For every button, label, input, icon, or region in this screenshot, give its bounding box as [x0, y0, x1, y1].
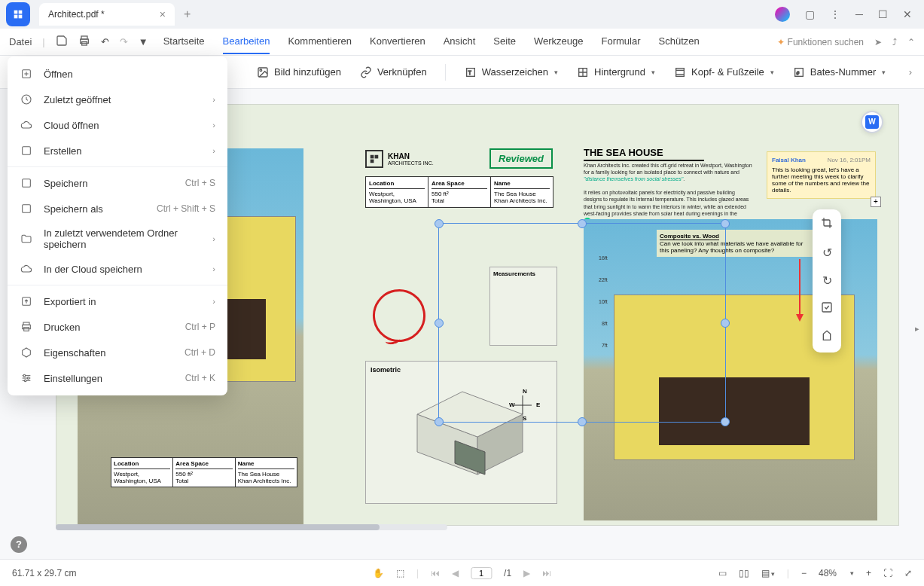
- selection-rectangle[interactable]: [438, 223, 726, 423]
- svg-rect-0: [14, 11, 18, 14]
- print-icon[interactable]: [78, 35, 90, 49]
- file-menu-in-zuletzt-verwendetem-ordner-speichern[interactable]: In zuletzt verwendetem Ordner speichern›: [8, 221, 227, 256]
- selection-handle-s[interactable]: [578, 417, 587, 426]
- extract-icon[interactable]: [821, 330, 833, 345]
- help-button[interactable]: ?: [11, 536, 27, 553]
- file-menu-in-der-cloud-speichern[interactable]: In der Cloud speichern›: [8, 256, 227, 282]
- rotate-right-icon[interactable]: ↻: [822, 273, 832, 288]
- fullscreen-icon[interactable]: ⤢: [904, 568, 912, 578]
- tab-startseite[interactable]: Startseite: [163, 29, 205, 54]
- chevron-up-icon[interactable]: ⌃: [907, 37, 915, 47]
- zoom-level: 48%: [819, 568, 837, 578]
- horizontal-scrollbar[interactable]: [56, 524, 447, 530]
- select-tool-icon[interactable]: ⬚: [396, 568, 404, 578]
- user-avatar[interactable]: [775, 7, 790, 22]
- selection-handle-e[interactable]: [721, 319, 730, 328]
- link-button[interactable]: Verknüpfen: [359, 66, 427, 79]
- file-menu-exportiert-in[interactable]: Exportiert in›: [8, 288, 227, 314]
- save-icon[interactable]: [56, 35, 68, 49]
- tab-konvertieren[interactable]: Konvertieren: [370, 29, 425, 54]
- header-footer-button[interactable]: Kopf- & Fußzeile▾: [673, 66, 774, 79]
- selection-handle-n[interactable]: [578, 219, 587, 228]
- function-search[interactable]: ✦ Funktionen suchen: [777, 37, 864, 47]
- note-body: This is looking great, let's have a furt…: [772, 166, 871, 194]
- replace-image-icon[interactable]: [821, 301, 833, 316]
- file-menu-eigenschaften[interactable]: EigenschaftenCtrl + D: [8, 340, 227, 365]
- chevron-right-icon[interactable]: ›: [909, 66, 912, 78]
- more-icon[interactable]: ⋮: [830, 8, 840, 20]
- selection-handle-nw[interactable]: [435, 219, 444, 228]
- file-menu-erstellen[interactable]: Erstellen›: [8, 138, 227, 163]
- tab-kommentieren[interactable]: Kommentieren: [288, 29, 352, 54]
- selection-handle-sw[interactable]: [435, 417, 444, 426]
- selection-handle-ne[interactable]: [721, 219, 730, 228]
- khan-logo: [365, 150, 383, 168]
- fit-width-icon[interactable]: ⛶: [883, 568, 892, 578]
- share-icon[interactable]: ⤴: [892, 37, 897, 47]
- file-menu-zuletzt-ge-ffnet[interactable]: Zuletzt geöffnet›: [8, 87, 227, 112]
- save-icon: [20, 176, 33, 190]
- comment-note[interactable]: Faisal Khan Nov 16, 2:01PM This is looki…: [767, 151, 876, 199]
- menu-item-label: Exportiert in: [44, 296, 202, 307]
- chat-icon[interactable]: ▢: [805, 8, 815, 20]
- single-page-icon[interactable]: ▭: [718, 568, 727, 578]
- hand-tool-icon[interactable]: ✋: [373, 568, 384, 578]
- shortcut-label: Ctrl + K: [185, 373, 215, 383]
- file-menu-einstellungen[interactable]: EinstellungenCtrl + K: [8, 365, 227, 391]
- dropdown-icon[interactable]: ▼: [139, 36, 148, 47]
- cloud-icon: [20, 118, 33, 132]
- first-page-icon[interactable]: ⏮: [431, 568, 440, 578]
- file-menu-drucken[interactable]: DruckenCtrl + P: [8, 314, 227, 340]
- tab-formular[interactable]: Formular: [602, 29, 641, 54]
- send-icon[interactable]: ➤: [874, 37, 882, 47]
- file-menu-cloud-ffnen[interactable]: Cloud öffnen›: [8, 112, 227, 138]
- file-menu-speichern[interactable]: SpeichernCtrl + S: [8, 170, 227, 196]
- add-note-button[interactable]: +: [871, 197, 881, 207]
- tab-schuetzen[interactable]: Schützen: [659, 29, 700, 54]
- next-page-icon[interactable]: ▶: [523, 568, 530, 578]
- tab-ansicht[interactable]: Ansicht: [444, 29, 476, 54]
- tab-title: Architect.pdf *: [48, 9, 105, 20]
- tab-seite[interactable]: Seite: [493, 29, 516, 54]
- menu-tabs: Startseite Bearbeiten Kommentieren Konve…: [163, 29, 700, 54]
- close-tab-icon[interactable]: ×: [160, 8, 166, 20]
- separator: [445, 64, 446, 81]
- redo-icon[interactable]: ↷: [120, 36, 128, 47]
- bates-button[interactable]: # Bates-Nummer▾: [792, 66, 886, 79]
- menu-item-label: Erstellen: [44, 145, 202, 157]
- prev-page-icon[interactable]: ◀: [452, 568, 459, 578]
- file-menu--ffnen[interactable]: Öffnen: [8, 61, 227, 87]
- continuous-icon[interactable]: ▯▯: [739, 568, 749, 578]
- crop-icon[interactable]: [821, 217, 833, 232]
- undo-icon[interactable]: ↶: [101, 36, 109, 47]
- document-tab[interactable]: Architect.pdf * ×: [39, 3, 175, 26]
- zoom-in-icon[interactable]: +: [866, 568, 871, 578]
- status-bar: 61.71 x 29.7 cm ✋ ⬚ | ⏮ ◀ /1 ▶ ⏭ ▭ ▯▯ ▤▾…: [0, 559, 924, 586]
- add-image-button[interactable]: Bild hinzufügen: [256, 66, 341, 79]
- view-mode-icon[interactable]: ▤▾: [761, 568, 775, 578]
- file-menu-speichern-als[interactable]: Speichern alsCtrl + Shift + S: [8, 196, 227, 221]
- tab-werkzeuge[interactable]: Werkzeuge: [534, 29, 584, 54]
- rotate-left-icon[interactable]: ↺: [822, 246, 832, 260]
- minimize-button[interactable]: ─: [855, 8, 863, 20]
- menu-item-label: Öffnen: [44, 69, 215, 80]
- watermark-button[interactable]: T Wasserzeichen▾: [464, 66, 558, 79]
- menu-separator: [8, 285, 227, 285]
- tab-bearbeiten[interactable]: Bearbeiten: [223, 29, 270, 54]
- last-page-icon[interactable]: ⏭: [542, 568, 551, 578]
- new-tab-button[interactable]: +: [181, 5, 194, 24]
- svg-rect-2: [14, 15, 18, 19]
- file-menu-trigger[interactable]: Datei: [9, 36, 32, 47]
- word-export-badge[interactable]: W: [861, 111, 883, 133]
- selection-handle-se[interactable]: [721, 417, 730, 426]
- panel-toggle-icon[interactable]: ▸: [915, 324, 919, 334]
- svg-point-47: [23, 374, 26, 377]
- plus-icon: [20, 67, 33, 81]
- page-input[interactable]: [471, 567, 492, 579]
- background-button[interactable]: Hintergrund▾: [576, 66, 655, 79]
- maximize-button[interactable]: ☐: [878, 8, 888, 20]
- close-window-button[interactable]: ✕: [903, 8, 912, 20]
- zoom-out-icon[interactable]: −: [801, 568, 807, 578]
- selection-handle-w[interactable]: [435, 319, 444, 328]
- bates-icon: #: [792, 66, 806, 79]
